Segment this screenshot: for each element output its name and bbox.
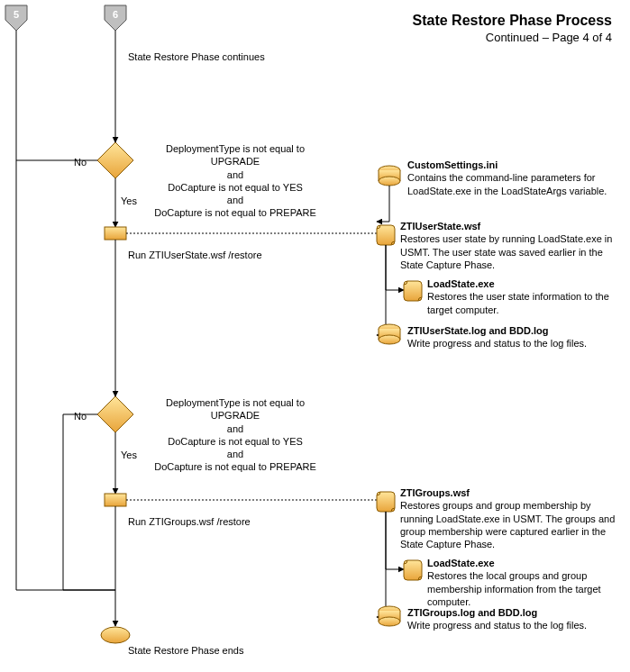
decision-1-yes: Yes [121,195,137,207]
svg-point-24 [379,324,400,333]
svg-rect-25 [379,329,400,340]
page-title: State Restore Phase Process [413,13,612,29]
ref-ztigroups: ZTIGroups.wsf Restores groups and group … [400,486,625,550]
start-label: State Restore Phase continues [128,50,265,63]
decision-1-no: No [74,156,87,168]
svg-rect-20 [379,170,400,181]
svg-rect-12 [105,494,126,506]
ref-loadstate-1: LoadState.exe Restores the user state in… [427,277,622,316]
script-icon [377,225,395,245]
process-2-label: Run ZTIGroups.wsf /restore [128,515,251,528]
svg-text:6: 6 [113,9,118,20]
ref-ztigroupslog: ZTIGroups.log and BDD.log Write progress… [407,606,620,632]
script-icon [404,560,422,580]
datastore-icon [379,324,400,344]
page-title-block: State Restore Phase Process Continued – … [413,13,612,44]
decision-2 [97,396,133,432]
svg-point-31 [379,617,400,626]
process-2 [105,494,126,506]
process-1 [105,227,126,240]
svg-point-29 [379,606,400,615]
datastore-icon [379,606,400,626]
process-1-label: Run ZTIUserState.wsf /restore [128,249,262,261]
datastore-icon [379,166,400,186]
ref-loadstate-2: LoadState.exe Restores the local groups … [427,557,622,608]
decision-2-yes: Yes [121,449,137,461]
terminator-end [101,627,130,643]
svg-point-21 [379,177,400,186]
svg-rect-6 [105,227,126,240]
svg-point-18 [101,627,130,643]
decision-1 [97,142,133,178]
end-label: State Restore Phase ends [128,644,243,657]
ref-ztiuserstate: ZTIUserState.wsf Restores user state by … [400,220,622,271]
svg-point-19 [379,166,400,175]
ref-ztiuserstatelog: ZTIUserState.log and BDD.log Write progr… [407,324,620,350]
svg-rect-30 [379,611,400,622]
decision-1-text: DeploymentType is not equal to UPGRADE a… [141,142,330,220]
script-icon [404,281,422,301]
decision-2-no: No [74,410,87,422]
ref-customsettings: CustomSettings.ini Contains the command-… [407,159,615,197]
connector-5: 5 [5,5,27,31]
connector-6: 6 [105,5,126,31]
script-icon [377,492,395,512]
svg-text:5: 5 [14,9,19,20]
page-subtitle: Continued – Page 4 of 4 [413,31,612,44]
svg-point-26 [379,335,400,344]
decision-2-text: DeploymentType is not equal to UPGRADE a… [141,396,330,474]
